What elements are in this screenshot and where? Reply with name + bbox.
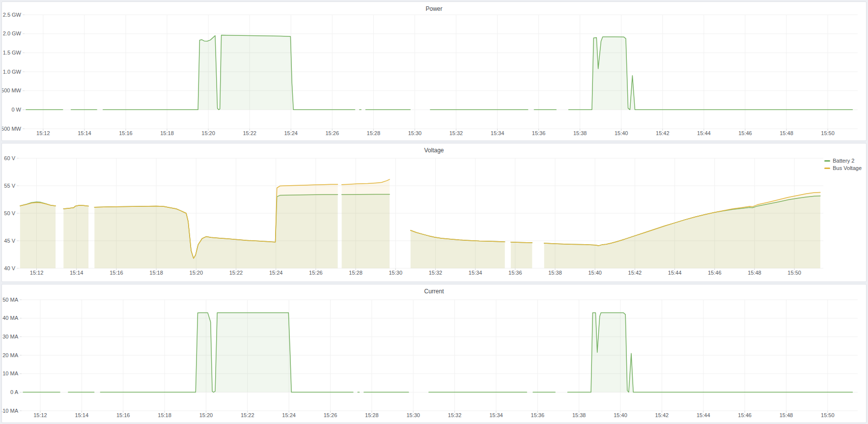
svg-text:30 MA: 30 MA (2, 334, 18, 339)
svg-text:15:48: 15:48 (748, 270, 761, 276)
svg-text:15:50: 15:50 (821, 130, 835, 136)
svg-text:15:30: 15:30 (406, 412, 420, 418)
svg-text:15:22: 15:22 (229, 270, 243, 276)
svg-text:15:30: 15:30 (389, 270, 402, 276)
svg-text:10 MA: 10 MA (2, 370, 18, 376)
svg-text:1.5 GW: 1.5 GW (3, 50, 22, 56)
svg-text:15:20: 15:20 (190, 270, 203, 276)
svg-text:15:22: 15:22 (241, 412, 254, 418)
svg-text:40 V: 40 V (4, 265, 15, 271)
svg-text:15:42: 15:42 (628, 270, 642, 276)
svg-text:15:36: 15:36 (508, 270, 522, 276)
svg-text:15:24: 15:24 (284, 130, 298, 136)
svg-text:15:34: 15:34 (491, 130, 504, 136)
svg-text:15:40: 15:40 (615, 130, 628, 136)
svg-text:40 MA: 40 MA (2, 315, 18, 321)
svg-text:15:18: 15:18 (149, 270, 163, 276)
grafana-dashboard: 2.5 GW2.0 GW1.5 GW1.0 GW500 MW0 W-500 MW… (0, 0, 868, 424)
svg-text:15:14: 15:14 (78, 130, 91, 136)
svg-text:15:12: 15:12 (30, 270, 44, 276)
svg-text:0 W: 0 W (11, 107, 21, 113)
voltage-legend: Battery 2 Bus Voltage (824, 158, 862, 171)
svg-text:15:28: 15:28 (349, 270, 363, 276)
panel-title-power[interactable]: Power (2, 3, 866, 14)
svg-text:15:50: 15:50 (821, 412, 835, 418)
svg-text:15:38: 15:38 (548, 270, 562, 276)
panel-title-current[interactable]: Current (2, 286, 866, 297)
svg-text:15:36: 15:36 (532, 130, 546, 136)
svg-text:15:12: 15:12 (33, 412, 47, 418)
svg-text:15:50: 15:50 (787, 270, 801, 276)
svg-text:15:38: 15:38 (572, 412, 586, 418)
svg-text:15:34: 15:34 (489, 412, 503, 418)
svg-text:50 MA: 50 MA (2, 297, 18, 303)
panel-voltage: 60 V55 V50 V45 V40 V15:1215:1415:1615:18… (1, 143, 867, 282)
svg-text:0 A: 0 A (10, 389, 19, 395)
voltage-chart[interactable]: 60 V55 V50 V45 V40 V15:1215:1415:1615:18… (2, 143, 866, 282)
bus-voltage-series-swatch-icon (824, 168, 830, 169)
svg-text:15:22: 15:22 (243, 130, 256, 136)
svg-text:15:46: 15:46 (738, 412, 752, 418)
svg-text:15:40: 15:40 (588, 270, 602, 276)
svg-text:55 V: 55 V (4, 183, 15, 189)
svg-text:15:40: 15:40 (614, 412, 627, 418)
legend-label-bus-voltage: Bus Voltage (833, 165, 862, 171)
svg-text:15:44: 15:44 (697, 412, 710, 418)
svg-text:15:18: 15:18 (160, 130, 174, 136)
legend-label-battery2: Battery 2 (833, 158, 854, 164)
legend-item-battery2[interactable]: Battery 2 (824, 158, 862, 164)
current-chart[interactable]: 50 MA40 MA30 MA20 MA10 MA0 A-10 MA15:121… (2, 284, 866, 423)
svg-text:15:20: 15:20 (199, 412, 213, 418)
svg-text:15:28: 15:28 (367, 130, 381, 136)
svg-text:15:26: 15:26 (309, 270, 323, 276)
svg-text:15:48: 15:48 (780, 130, 793, 136)
svg-text:15:44: 15:44 (697, 130, 711, 136)
battery2-series-swatch-icon (824, 160, 830, 162)
svg-text:45 V: 45 V (4, 238, 15, 244)
svg-text:15:26: 15:26 (326, 130, 339, 136)
svg-text:15:34: 15:34 (469, 270, 482, 276)
svg-text:15:14: 15:14 (75, 412, 89, 418)
legend-item-bus-voltage[interactable]: Bus Voltage (824, 165, 862, 171)
svg-text:20 MA: 20 MA (2, 352, 18, 358)
svg-text:15:16: 15:16 (116, 412, 130, 418)
svg-text:-500 MW: -500 MW (2, 126, 22, 132)
svg-text:15:48: 15:48 (780, 412, 793, 418)
svg-text:15:24: 15:24 (282, 412, 296, 418)
svg-text:15:12: 15:12 (36, 130, 50, 136)
svg-text:15:24: 15:24 (269, 270, 283, 276)
svg-text:60 V: 60 V (4, 155, 15, 161)
panel-current: 50 MA40 MA30 MA20 MA10 MA0 A-10 MA15:121… (1, 284, 867, 423)
svg-text:15:44: 15:44 (668, 270, 682, 276)
svg-text:-10 MA: -10 MA (2, 408, 19, 414)
svg-text:15:14: 15:14 (70, 270, 84, 276)
svg-text:15:38: 15:38 (573, 130, 587, 136)
svg-text:500 MW: 500 MW (2, 87, 22, 93)
svg-text:15:20: 15:20 (201, 130, 215, 136)
svg-text:1.0 GW: 1.0 GW (3, 69, 22, 75)
svg-text:15:18: 15:18 (158, 412, 171, 418)
svg-text:15:30: 15:30 (408, 130, 422, 136)
svg-text:15:42: 15:42 (656, 130, 670, 136)
svg-text:15:28: 15:28 (365, 412, 379, 418)
svg-text:15:32: 15:32 (449, 130, 463, 136)
svg-text:15:16: 15:16 (110, 270, 123, 276)
svg-text:15:46: 15:46 (738, 130, 752, 136)
panel-title-voltage[interactable]: Voltage (2, 145, 866, 156)
svg-text:15:32: 15:32 (429, 270, 443, 276)
svg-text:15:32: 15:32 (448, 412, 462, 418)
power-chart[interactable]: 2.5 GW2.0 GW1.5 GW1.0 GW500 MW0 W-500 MW… (2, 2, 866, 141)
svg-text:15:46: 15:46 (708, 270, 722, 276)
svg-text:15:42: 15:42 (655, 412, 669, 418)
svg-text:50 V: 50 V (4, 210, 15, 216)
svg-text:15:36: 15:36 (531, 412, 545, 418)
svg-text:15:16: 15:16 (119, 130, 133, 136)
svg-text:15:26: 15:26 (324, 412, 337, 418)
svg-text:2.0 GW: 2.0 GW (3, 30, 22, 36)
panel-power: 2.5 GW2.0 GW1.5 GW1.0 GW500 MW0 W-500 MW… (1, 1, 867, 141)
